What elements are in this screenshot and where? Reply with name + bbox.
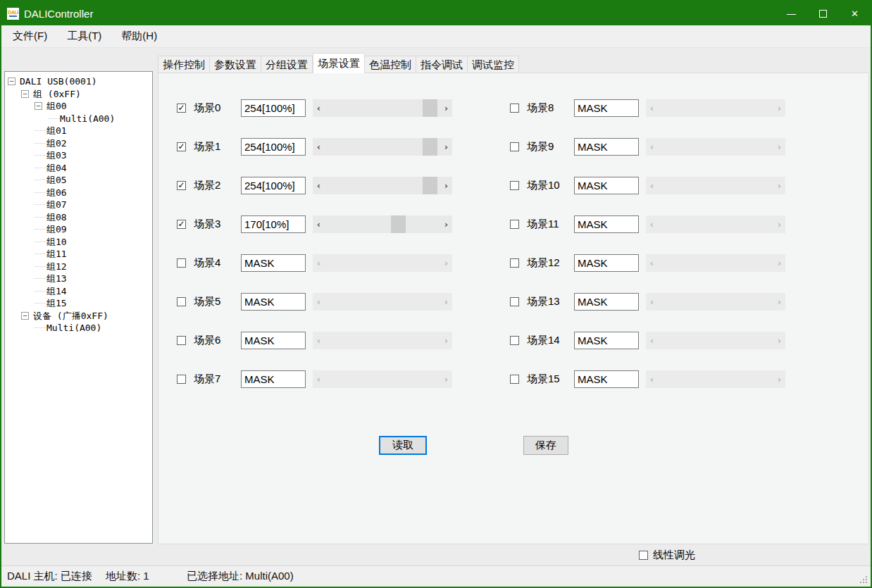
collapse-minus-icon[interactable]: − — [21, 312, 29, 320]
tree-item[interactable]: Multi(A00) — [5, 113, 152, 125]
collapse-minus-icon[interactable]: − — [8, 77, 15, 85]
scene-value-input[interactable] — [574, 215, 639, 233]
scene-level-scrollbar[interactable]: ‹› — [313, 99, 452, 117]
tree-item[interactable]: Multi(A00) — [5, 322, 152, 334]
tree-item[interactable]: 组05 — [5, 174, 152, 187]
scroll-right-icon[interactable]: › — [440, 142, 452, 152]
tree-item[interactable]: 组07 — [5, 199, 152, 211]
tree-item[interactable]: 组02 — [5, 137, 152, 150]
tree-item[interactable]: 组11 — [5, 248, 152, 261]
tree-item[interactable]: 组10 — [5, 236, 152, 249]
scene-value-input[interactable] — [574, 254, 639, 272]
scene-checkbox[interactable] — [510, 142, 519, 151]
tree-item[interactable]: 组08 — [5, 211, 152, 224]
scrollbar-thumb[interactable] — [423, 138, 437, 156]
scene-checkbox[interactable] — [510, 297, 519, 306]
scene-level-scrollbar: ‹› — [313, 332, 452, 349]
menu-help[interactable]: 帮助(H) — [114, 26, 164, 46]
resize-grip-icon[interactable] — [866, 582, 867, 583]
save-button[interactable]: 保存 — [523, 436, 568, 455]
maximize-button[interactable] — [807, 1, 839, 25]
scene-checkbox[interactable] — [510, 104, 519, 113]
scroll-right-icon[interactable]: › — [440, 219, 452, 230]
scene-value-input[interactable] — [241, 177, 306, 194]
scene-value-input[interactable] — [574, 332, 639, 349]
tree-item[interactable]: −设备 (广播0xFF) — [5, 310, 152, 323]
scene-level-scrollbar[interactable]: ‹› — [313, 177, 452, 194]
scroll-left-icon[interactable]: ‹ — [313, 219, 325, 230]
tree-item-label: 组03 — [46, 149, 67, 161]
scene-value-input[interactable] — [241, 138, 306, 156]
menu-tools[interactable]: 工具(T) — [60, 26, 108, 46]
tab-4[interactable]: 色温控制 — [365, 56, 416, 73]
scene-value-input[interactable] — [574, 99, 639, 117]
tab-6[interactable]: 调试监控 — [468, 56, 519, 73]
read-button[interactable]: 读取 — [379, 436, 427, 455]
linear-dim-checkbox[interactable] — [639, 551, 648, 560]
scene-checkbox[interactable] — [177, 336, 186, 345]
tree-item-label: 组04 — [46, 162, 67, 174]
scene-checkbox-checked[interactable]: ✓ — [177, 142, 186, 151]
tab-1[interactable]: 参数设置 — [210, 56, 261, 73]
scroll-right-icon[interactable]: › — [440, 103, 452, 113]
scene-value-input[interactable] — [241, 370, 306, 388]
scene-value-input[interactable] — [574, 370, 639, 388]
app-icon-label: DALI — [8, 10, 18, 15]
collapse-minus-icon[interactable]: − — [35, 102, 42, 110]
menu-file[interactable]: 文件(F) — [6, 26, 54, 46]
tab-5[interactable]: 指令调试 — [416, 56, 468, 73]
scene-value-input[interactable] — [574, 177, 639, 194]
scroll-left-icon[interactable]: ‹ — [313, 103, 325, 113]
scrollbar-thumb[interactable] — [391, 215, 406, 233]
scene-value-input[interactable] — [241, 332, 306, 349]
scroll-left-icon[interactable]: ‹ — [313, 142, 325, 152]
scrollbar-thumb[interactable] — [423, 177, 437, 194]
tab-2[interactable]: 分组设置 — [261, 56, 313, 73]
scene-checkbox[interactable] — [510, 258, 519, 268]
scene-checkbox[interactable] — [177, 375, 186, 384]
scene-level-scrollbar[interactable]: ‹› — [313, 138, 452, 156]
scroll-right-icon[interactable]: › — [440, 180, 452, 191]
close-button[interactable]: ✕ — [839, 1, 871, 25]
tree-item[interactable]: 组12 — [5, 261, 152, 273]
scene-checkbox[interactable] — [177, 258, 186, 268]
scroll-left-icon: ‹ — [646, 258, 658, 268]
tree-item[interactable]: −DALI USB(0001) — [5, 75, 152, 88]
tree-item[interactable]: 组13 — [5, 273, 152, 285]
scene-value-input[interactable] — [241, 99, 306, 117]
scene-value-input[interactable] — [241, 254, 306, 272]
tab-3-active[interactable]: 场景设置 — [313, 53, 365, 73]
scene-value-input[interactable] — [574, 138, 639, 156]
tab-0[interactable]: 操作控制 — [158, 56, 210, 73]
scene-checkbox[interactable] — [510, 336, 519, 345]
scene-level-scrollbar: ‹› — [313, 293, 452, 311]
scene-checkbox[interactable] — [510, 181, 519, 190]
scroll-left-icon: ‹ — [313, 335, 325, 346]
scene-level-scrollbar[interactable]: ‹› — [313, 215, 452, 233]
scene-value-input[interactable] — [574, 293, 639, 311]
tree-connector — [35, 130, 46, 131]
scene-row: ✓场景0‹› — [177, 99, 452, 118]
tree-item[interactable]: 组01 — [5, 125, 152, 137]
scene-value-input[interactable] — [241, 293, 306, 311]
tree-item[interactable]: 组06 — [5, 187, 152, 199]
tree-item[interactable]: 组14 — [5, 285, 152, 298]
tree-item[interactable]: 组03 — [5, 149, 152, 162]
scene-checkbox-checked[interactable]: ✓ — [177, 181, 186, 190]
tree-item[interactable]: 组09 — [5, 223, 152, 236]
scroll-left-icon[interactable]: ‹ — [313, 180, 325, 191]
tree-item[interactable]: 组04 — [5, 162, 152, 175]
scene-value-input[interactable] — [241, 215, 306, 233]
scene-checkbox-checked[interactable]: ✓ — [177, 104, 186, 113]
scene-checkbox[interactable] — [177, 297, 186, 306]
minimize-button[interactable]: — — [776, 1, 807, 25]
scrollbar-thumb[interactable] — [423, 99, 437, 117]
tree-item[interactable]: 组15 — [5, 297, 152, 310]
scene-checkbox-checked[interactable]: ✓ — [177, 220, 186, 229]
collapse-minus-icon[interactable]: − — [21, 90, 29, 98]
tree-item-label: 设备 (广播0xFF) — [33, 310, 108, 322]
tree-item[interactable]: −组00 — [5, 100, 152, 113]
scene-checkbox[interactable] — [510, 375, 519, 384]
tree-item[interactable]: −组 (0xFF) — [5, 88, 152, 101]
scene-checkbox[interactable] — [510, 220, 519, 229]
